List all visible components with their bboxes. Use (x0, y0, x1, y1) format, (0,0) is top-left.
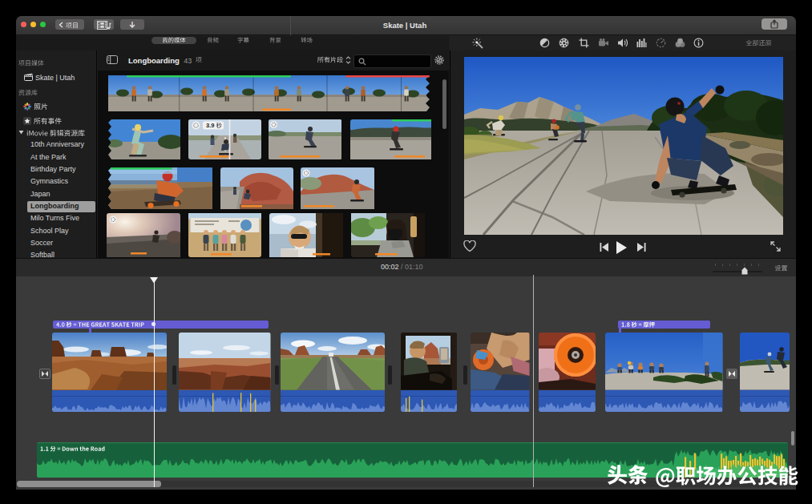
svg-text:3.9: 3.9 (206, 123, 214, 130)
